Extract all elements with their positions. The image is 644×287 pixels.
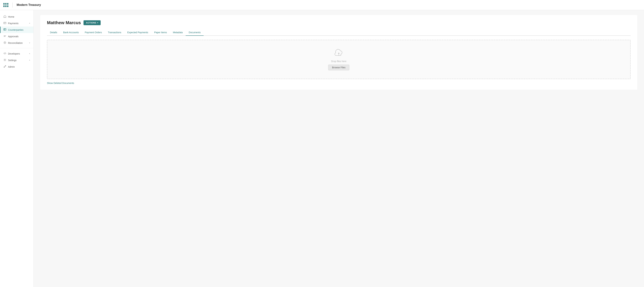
mt-logo-icon bbox=[3, 3, 8, 8]
sidebar-item-admin[interactable]: Admin bbox=[0, 64, 33, 70]
settings-icon bbox=[3, 59, 6, 62]
actions-chevron-icon: ▾ bbox=[97, 22, 98, 24]
app-title: Modern Treasury bbox=[16, 3, 41, 7]
sidebar-label-admin: Admin bbox=[8, 66, 15, 68]
sidebar-label-payments: Payments bbox=[8, 22, 18, 25]
sidebar: Home Payments ▾ Coun bbox=[0, 10, 34, 287]
developers-icon bbox=[3, 52, 6, 55]
sidebar-label-developers: Developers bbox=[8, 52, 20, 55]
svg-line-20 bbox=[4, 66, 6, 68]
sidebar-label-home: Home bbox=[8, 16, 14, 18]
home-icon bbox=[3, 15, 6, 18]
svg-rect-3 bbox=[5, 5, 6, 7]
svg-rect-2 bbox=[5, 3, 6, 5]
svg-rect-0 bbox=[3, 3, 5, 5]
reconciliation-icon bbox=[3, 41, 6, 45]
tab-bank-accounts[interactable]: Bank Accounts bbox=[60, 29, 82, 36]
tab-details[interactable]: Details bbox=[47, 29, 60, 36]
tabs-bar: Details Bank Accounts Payment Orders Tra… bbox=[47, 29, 630, 36]
sidebar-item-developers[interactable]: Developers ▾ bbox=[0, 50, 33, 57]
counterparties-icon bbox=[3, 28, 6, 31]
tab-documents[interactable]: Documents bbox=[186, 29, 204, 36]
show-deleted-documents-link[interactable]: Show Deleted Documents bbox=[47, 82, 74, 84]
sidebar-item-settings[interactable]: Settings ▾ bbox=[0, 57, 33, 64]
sidebar-label-counterparties: Counterparties bbox=[8, 29, 24, 31]
sidebar-label-approvals: Approvals bbox=[8, 35, 18, 38]
logo-area: Modern Treasury bbox=[3, 3, 41, 8]
sidebar-item-reconciliation[interactable]: Reconciliation ▾ bbox=[0, 40, 33, 46]
top-header: Modern Treasury bbox=[0, 0, 644, 10]
actions-button-label: ACTIONS bbox=[86, 22, 96, 24]
browse-files-button[interactable]: Browse Files bbox=[328, 65, 349, 70]
sidebar-item-counterparties[interactable]: Counterparties bbox=[0, 27, 33, 33]
sidebar-item-payments[interactable]: Payments ▾ bbox=[0, 20, 33, 27]
svg-rect-4 bbox=[7, 3, 8, 5]
page-header: Matthew Marcus ACTIONS ▾ bbox=[47, 20, 630, 25]
payments-icon bbox=[3, 22, 6, 25]
sidebar-item-approvals[interactable]: Approvals bbox=[0, 33, 33, 40]
upload-dropzone[interactable]: Drop files here Browse Files bbox=[47, 40, 630, 79]
upload-cloud-icon bbox=[334, 49, 343, 58]
tab-expected-payments[interactable]: Expected Payments bbox=[124, 29, 151, 36]
main-content: Matthew Marcus ACTIONS ▾ Details Bank Ac… bbox=[34, 10, 644, 287]
svg-line-18 bbox=[5, 53, 5, 54]
tab-payment-orders[interactable]: Payment Orders bbox=[82, 29, 105, 36]
svg-point-19 bbox=[4, 60, 5, 60]
developers-chevron-icon: ▾ bbox=[29, 53, 30, 55]
drop-files-text: Drop files here bbox=[331, 60, 346, 63]
admin-icon bbox=[3, 65, 6, 68]
content-card: Matthew Marcus ACTIONS ▾ Details Bank Ac… bbox=[40, 15, 637, 90]
settings-chevron-icon: ▾ bbox=[29, 59, 30, 61]
tab-transactions[interactable]: Transactions bbox=[105, 29, 124, 36]
tab-paper-items[interactable]: Paper Items bbox=[151, 29, 170, 36]
approvals-icon bbox=[3, 35, 6, 38]
sidebar-item-home[interactable]: Home bbox=[0, 14, 33, 20]
sidebar-label-settings: Settings bbox=[8, 59, 16, 62]
svg-rect-9 bbox=[4, 29, 6, 30]
svg-rect-5 bbox=[7, 5, 8, 7]
tab-metadata[interactable]: Metadata bbox=[170, 29, 186, 36]
payments-chevron-icon: ▾ bbox=[29, 22, 30, 24]
reconciliation-chevron-icon: ▾ bbox=[29, 42, 30, 44]
sidebar-label-reconciliation: Reconciliation bbox=[8, 42, 23, 44]
page-title: Matthew Marcus bbox=[47, 20, 81, 25]
svg-rect-1 bbox=[3, 5, 5, 7]
layout: Home Payments ▾ Coun bbox=[0, 10, 644, 287]
svg-rect-6 bbox=[4, 22, 6, 24]
actions-button[interactable]: ACTIONS ▾ bbox=[84, 20, 100, 25]
